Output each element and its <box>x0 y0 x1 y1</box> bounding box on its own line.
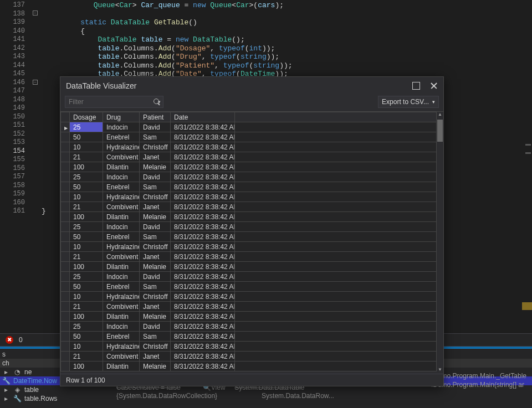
table-row[interactable]: 100DilantinMelanie8/31/2022 8:38:42 AM <box>61 162 437 172</box>
table-cell[interactable]: 8/31/2022 8:38:42 AM <box>171 172 235 182</box>
table-cell[interactable]: 100 <box>70 312 103 322</box>
table-cell[interactable]: 8/31/2022 8:38:42 AM <box>171 282 235 292</box>
table-cell[interactable]: 8/31/2022 8:38:42 AM <box>171 302 235 312</box>
table-cell[interactable]: 8/31/2022 8:38:42 AM <box>171 132 235 142</box>
column-header[interactable]: Drug <box>103 112 140 122</box>
visualizer-titlebar[interactable]: DataTable Visualizer <box>60 77 443 95</box>
table-cell[interactable]: 21 <box>70 352 103 361</box>
table-cell[interactable]: 50 <box>70 332 103 342</box>
table-cell[interactable]: Hydralazine <box>103 242 140 252</box>
table-cell[interactable]: 8/31/2022 8:38:42 AM <box>171 342 235 352</box>
table-cell[interactable]: 8/31/2022 8:38:42 AM <box>171 322 235 332</box>
table-cell[interactable]: 25 <box>70 322 103 332</box>
table-row[interactable]: 100DilantinMelanie8/31/2022 8:38:42 AM <box>61 262 437 272</box>
expand-icon[interactable]: ▸ <box>2 395 10 402</box>
table-cell[interactable]: Dilantin <box>103 212 140 222</box>
table-cell[interactable]: 10 <box>70 292 103 302</box>
table-cell[interactable]: 10 <box>70 342 103 352</box>
table-cell[interactable]: Enebrel <box>103 182 140 192</box>
table-cell[interactable]: 8/31/2022 8:38:42 AM <box>171 162 235 172</box>
table-cell[interactable]: Indocin <box>103 122 140 132</box>
table-cell[interactable]: 50 <box>70 132 103 142</box>
table-row[interactable]: 25IndocinDavid8/31/2022 8:38:42 AM <box>61 122 437 132</box>
table-cell[interactable]: Melanie <box>140 312 171 322</box>
table-cell[interactable]: 50 <box>70 282 103 292</box>
table-cell[interactable]: 21 <box>70 252 103 262</box>
table-cell[interactable]: 8/31/2022 8:38:42 AM <box>171 182 235 192</box>
column-header[interactable]: Date <box>171 112 235 122</box>
editor-overview-ruler[interactable] <box>524 0 532 332</box>
table-cell[interactable]: Dilantin <box>103 312 140 322</box>
table-cell[interactable]: Enebrel <box>103 232 140 242</box>
fold-box-icon[interactable]: − <box>33 11 38 16</box>
table-row[interactable]: 25IndocinDavid8/31/2022 8:38:42 AM <box>61 172 437 182</box>
table-row[interactable]: 21CombiventJanet8/31/2022 8:38:42 AM <box>61 202 437 212</box>
table-cell[interactable]: 8/31/2022 8:38:42 AM <box>171 222 235 232</box>
table-cell[interactable]: David <box>140 322 171 332</box>
table-cell[interactable]: 8/31/2022 8:38:42 AM <box>171 152 235 162</box>
table-row[interactable]: 50EnebrelSam8/31/2022 8:38:42 AM <box>61 332 437 342</box>
table-cell[interactable]: Christoff <box>140 242 171 252</box>
table-cell[interactable]: Sam <box>140 232 171 242</box>
table-cell[interactable]: 25 <box>70 172 103 182</box>
table-cell[interactable]: 8/31/2022 8:38:42 AM <box>171 192 235 202</box>
table-cell[interactable]: 8/31/2022 8:38:42 AM <box>171 142 235 152</box>
table-cell[interactable]: Christoff <box>140 192 171 202</box>
export-button[interactable]: Export to CSV... ▾ <box>378 96 439 108</box>
fold-box-icon[interactable]: − <box>33 80 38 85</box>
table-cell[interactable]: Sam <box>140 332 171 342</box>
scroll-down-icon[interactable]: ▼ <box>437 367 443 374</box>
table-row[interactable]: 100DilantinMelanie8/31/2022 8:38:42 AM <box>61 312 437 322</box>
table-cell[interactable]: Janet <box>140 352 171 361</box>
table-cell[interactable]: Combivent <box>103 252 140 262</box>
table-row[interactable]: 10HydralazineChristoff8/31/2022 8:38:42 … <box>61 292 437 302</box>
table-cell[interactable]: 21 <box>70 152 103 162</box>
expand-icon[interactable]: ▸ <box>2 368 10 376</box>
table-cell[interactable]: 8/31/2022 8:38:42 AM <box>171 232 235 242</box>
table-cell[interactable]: Janet <box>140 302 171 312</box>
table-cell[interactable]: Combivent <box>103 202 140 212</box>
table-cell[interactable]: Sam <box>140 182 171 192</box>
table-row[interactable]: 50EnebrelSam8/31/2022 8:38:42 AM <box>61 182 437 192</box>
table-row[interactable]: 21CombiventJanet8/31/2022 8:38:42 AM <box>61 352 437 361</box>
table-cell[interactable]: 8/31/2022 8:38:42 AM <box>171 312 235 322</box>
vertical-scrollbar[interactable]: ▲ ▼ <box>437 112 443 374</box>
table-row[interactable]: 21CombiventJanet8/31/2022 8:38:42 AM <box>61 302 437 312</box>
table-cell[interactable]: 50 <box>70 232 103 242</box>
table-cell[interactable]: 8/31/2022 8:38:42 AM <box>171 252 235 262</box>
table-row[interactable]: 100DilantinMelanie8/31/2022 8:38:42 AM <box>61 361 437 371</box>
table-cell[interactable]: Enebrel <box>103 332 140 342</box>
table-cell[interactable]: Hydralazine <box>103 142 140 152</box>
table-cell[interactable]: 8/31/2022 8:38:42 AM <box>171 292 235 302</box>
table-cell[interactable]: 100 <box>70 212 103 222</box>
table-row[interactable]: 100DilantinMelanie8/31/2022 8:38:42 AM <box>61 212 437 222</box>
table-cell[interactable]: 8/31/2022 8:38:42 AM <box>171 212 235 222</box>
table-cell[interactable]: Sam <box>140 132 171 142</box>
column-header[interactable]: Patient <box>140 112 171 122</box>
table-cell[interactable]: Dilantin <box>103 361 140 371</box>
filter-input[interactable] <box>69 98 152 106</box>
table-cell[interactable]: 10 <box>70 192 103 202</box>
error-badge-icon[interactable]: ✖ <box>6 336 13 344</box>
scrollbar-thumb[interactable] <box>437 120 443 142</box>
table-cell[interactable]: 8/31/2022 8:38:42 AM <box>171 122 235 132</box>
table-cell[interactable]: David <box>140 222 171 232</box>
table-cell[interactable]: Indocin <box>103 272 140 282</box>
table-cell[interactable]: 21 <box>70 202 103 212</box>
table-cell[interactable]: Combivent <box>103 152 140 162</box>
maximize-icon[interactable] <box>412 82 420 90</box>
table-cell[interactable]: 50 <box>70 182 103 192</box>
table-row[interactable]: 50EnebrelSam8/31/2022 8:38:42 AM <box>61 232 437 242</box>
table-cell[interactable]: Melanie <box>140 262 171 272</box>
table-row[interactable]: 25IndocinDavid8/31/2022 8:38:42 AM <box>61 322 437 332</box>
table-cell[interactable]: 100 <box>70 361 103 371</box>
table-cell[interactable]: 100 <box>70 262 103 272</box>
table-row[interactable]: 21CombiventJanet8/31/2022 8:38:42 AM <box>61 252 437 262</box>
table-cell[interactable]: 100 <box>70 162 103 172</box>
table-cell[interactable]: 8/31/2022 8:38:42 AM <box>171 272 235 282</box>
expand-icon[interactable]: ▸ <box>2 386 10 394</box>
table-cell[interactable]: David <box>140 122 171 132</box>
table-cell[interactable]: Combivent <box>103 352 140 361</box>
table-row[interactable]: 25IndocinDavid8/31/2022 8:38:42 AM <box>61 222 437 232</box>
table-cell[interactable]: Dilantin <box>103 162 140 172</box>
